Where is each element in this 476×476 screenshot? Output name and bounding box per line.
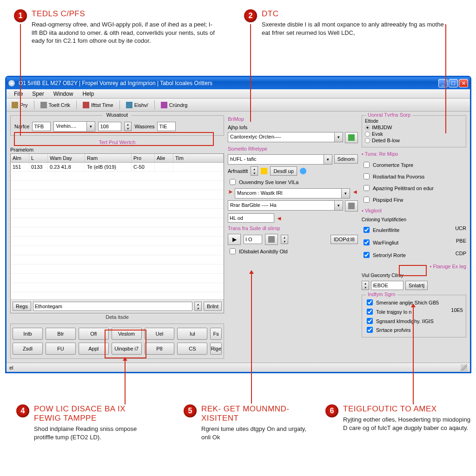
chevron-down-icon: ▾ xyxy=(324,155,332,164)
chk-pispsipd[interactable]: Pispsipd Firw xyxy=(362,195,466,204)
btn-p8[interactable]: P8 xyxy=(145,343,175,355)
radio-deted[interactable]: Deted B-low xyxy=(365,138,463,143)
btn-idopd[interactable]: lDOPd:I8 xyxy=(331,235,358,244)
menu-help[interactable]: Help xyxy=(78,89,99,98)
dropdown-rrar[interactable]: Rrar BarGble ---- Ha ▾ xyxy=(228,200,343,211)
table-caption: Pramelom xyxy=(10,147,224,152)
table-header: Alm L Wam Day Ram Pro Alie Tim xyxy=(11,154,224,163)
top-field-row: Narfce Vrehin.... ▾ ▴▾ Wasores xyxy=(13,120,221,132)
btn-zsdl[interactable]: Zsdl xyxy=(13,343,43,355)
chevron-down-icon: ▾ xyxy=(86,122,95,131)
btn-cs[interactable]: CS xyxy=(177,343,207,355)
btn-iul[interactable]: Iul xyxy=(177,328,207,340)
chevron-down-icon: ▾ xyxy=(341,189,350,198)
col-tim[interactable]: Tim xyxy=(173,154,224,162)
btn-fs[interactable]: Fs xyxy=(210,328,222,340)
pink-label-wertch: Tert Prul Wertch xyxy=(10,139,224,145)
dropdown-vrehin[interactable]: Vrehin.... ▾ xyxy=(53,121,95,132)
footer-stepper[interactable]: ▴▾ xyxy=(194,302,202,311)
input-iebce[interactable] xyxy=(371,281,403,290)
kv-row-2: WarFingliut PBE xyxy=(362,238,466,247)
menu-sper[interactable]: Sper xyxy=(27,89,48,98)
btn-uinqsbe[interactable]: Uinqsbe i7 xyxy=(112,343,142,355)
chk-coromertce[interactable]: Coromertce Tspre xyxy=(362,160,466,169)
btn-snlatrtj[interactable]: Snlatrtj xyxy=(405,281,428,290)
kv-value: 10E5 xyxy=(451,307,463,316)
tool-icon xyxy=(40,102,47,108)
hdr-tuna: Tuna: Re Mipo xyxy=(362,151,466,157)
col-alie[interactable]: Alie xyxy=(155,154,173,162)
input-hlod[interactable] xyxy=(228,213,274,223)
btn-ofl[interactable]: Ofl xyxy=(79,328,109,340)
label-sometto: Sometto Rfrelype xyxy=(228,146,358,152)
label-arfnasttlt: Arfnasttlt xyxy=(228,168,248,174)
input-io[interactable] xyxy=(244,235,262,244)
label-viul: Viul Gwconrty Cilroy xyxy=(362,273,466,278)
btn-intb[interactable]: Intb xyxy=(13,328,43,340)
col-wamday[interactable]: Wam Day xyxy=(48,154,85,162)
chk-sgnsard[interactable]: Sgnsard klmodighy. IIGIS xyxy=(365,317,463,325)
chk-ouvendmy[interactable]: Ouvendmy Sve loner VILa xyxy=(228,178,358,186)
btn-uel[interactable]: Uel xyxy=(145,328,175,340)
toolbar-btn-2[interactable]: Toelt Crtk xyxy=(37,100,73,110)
footer-btn-brilnt[interactable]: Brilnt xyxy=(204,302,222,311)
col-ram[interactable]: Ram xyxy=(85,154,132,162)
btn-sdinom[interactable]: Sdinom xyxy=(334,154,358,164)
col-alm[interactable]: Alm xyxy=(11,154,29,162)
chk-rostiartad[interactable]: Rostiartad fna Povorss xyxy=(362,172,466,181)
chk-idlsbalet[interactable]: IDlsbalet Aonitdly Old xyxy=(228,247,358,256)
close-button[interactable]: ✕ xyxy=(459,79,468,87)
list-icon xyxy=(348,203,355,209)
footer-btn-regs[interactable]: Regs xyxy=(13,302,31,311)
table-empty-grid xyxy=(11,172,224,299)
input-narfce[interactable] xyxy=(32,122,51,131)
input-108[interactable] xyxy=(98,122,121,131)
play-button[interactable]: ▶ xyxy=(228,234,241,245)
callout-badge-5: 5 xyxy=(184,404,197,417)
add-button[interactable] xyxy=(345,132,358,143)
resize-grip[interactable] xyxy=(461,364,467,371)
btn-veslom[interactable]: Veslom xyxy=(112,328,142,340)
chk-apazring[interactable]: Apazring Peititrard on edur xyxy=(362,184,466,192)
chk-warfingliut[interactable]: WarFingliut xyxy=(362,238,398,247)
arrow-6 xyxy=(413,307,414,404)
footer-input[interactable] xyxy=(33,302,192,311)
titlebar[interactable]: O1 5#8B EL M27 OB2Y | Fropel Vomrey ad I… xyxy=(7,77,470,89)
btn-rige[interactable]: Rige xyxy=(210,343,222,355)
chk-srrtace[interactable]: Srrtace profvirs xyxy=(365,325,463,334)
radio-imbjdw[interactable]: IMBJDW xyxy=(365,125,463,130)
btn-appl[interactable]: Appl xyxy=(79,343,109,355)
stepper-iebce[interactable]: ▴▾ xyxy=(362,281,369,290)
radio-evsk[interactable]: Evsk xyxy=(365,131,463,137)
menu-window[interactable]: Window xyxy=(49,89,78,98)
edit-button[interactable] xyxy=(345,200,358,212)
arrow-3 xyxy=(445,24,446,133)
table-row[interactable]: 151 0133 0.23 41.8 Te (elB (919) C-50 xyxy=(11,163,224,172)
chk-setroryl[interactable]: Setror/yl Rorte xyxy=(362,251,406,259)
btn-desdl[interactable]: Desdl up xyxy=(270,166,297,176)
info-icon xyxy=(300,168,306,174)
input-wasores[interactable] xyxy=(157,122,176,131)
btn-btr[interactable]: Btr xyxy=(46,328,76,340)
chk-enulerifilrite[interactable]: Enulerifilrite xyxy=(362,225,399,234)
maximize-button[interactable]: ☐ xyxy=(449,79,458,87)
col-pro[interactable]: Pro xyxy=(132,154,155,162)
statusbar: el xyxy=(7,363,470,372)
dropdown-cantorextyc[interactable]: Cantorextyc Orcten---- ▾ xyxy=(228,132,343,142)
settings-button[interactable] xyxy=(265,234,278,245)
dropdown-msncom[interactable]: Msncom : Wastk IRl ▾ xyxy=(235,188,350,198)
toolbar-btn-5[interactable]: Cründrg xyxy=(158,100,191,110)
dropdown-hufl[interactable]: hUFL - tafic ▾ xyxy=(228,154,332,165)
toolbar-btn-4[interactable]: Eishv/ xyxy=(123,100,152,110)
btn-fu[interactable]: FU xyxy=(46,343,76,355)
stepper[interactable]: ▴▾ xyxy=(124,122,132,131)
chk-tole[interactable]: Tole trajgsy lo n xyxy=(365,307,411,316)
menu-file[interactable]: File xyxy=(9,89,27,98)
minimize-button[interactable]: _ xyxy=(438,79,448,87)
col-l[interactable]: L xyxy=(29,154,48,162)
stepper-io[interactable]: ▴▾ xyxy=(281,235,288,244)
toolbar-btn-3[interactable]: Ifttst Time xyxy=(79,100,117,110)
stepper-arfn[interactable]: ▴▾ xyxy=(251,166,258,176)
callout-badge-4: 4 xyxy=(16,404,29,417)
callout-title-5: REK- GET MOUNMND-XISITENT xyxy=(201,404,313,423)
